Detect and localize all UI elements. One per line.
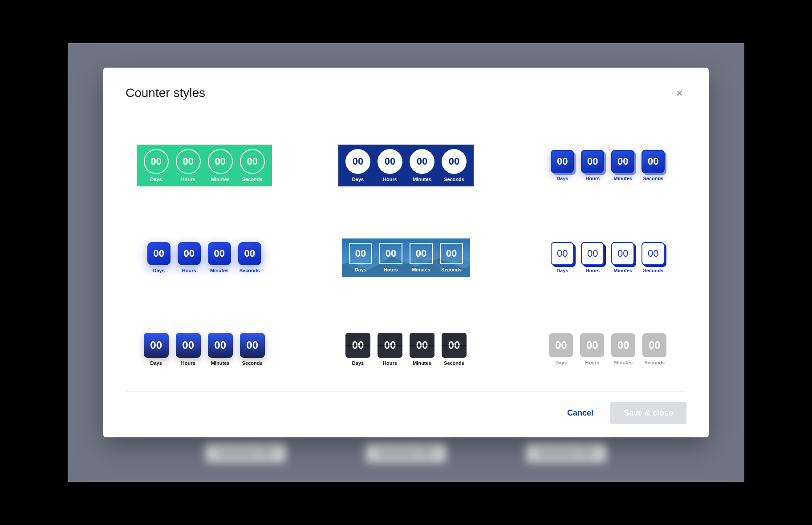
save-and-close-button[interactable]: Save & close — [610, 402, 686, 424]
unit-value: 00 — [208, 333, 233, 358]
unit-label: Hours — [383, 360, 397, 366]
unit-value: 00 — [611, 333, 635, 357]
unit-value: 00 — [379, 243, 402, 264]
unit-value: 00 — [378, 333, 402, 358]
unit-value: 00 — [345, 149, 370, 174]
unit-label: Minutes — [412, 267, 430, 272]
unit-label: Hours — [585, 360, 599, 365]
unit-value: 00 — [641, 150, 665, 173]
unit-label: Days — [355, 267, 366, 272]
unit-value: 00 — [440, 243, 463, 264]
unit-label: Hours — [383, 177, 397, 182]
unit-label: Minutes — [413, 177, 431, 182]
style-option-2[interactable]: 00Days 00Hours 00Minutes 00Seconds — [327, 132, 484, 199]
close-button[interactable]: × — [673, 85, 686, 101]
unit-label: Seconds — [643, 176, 663, 181]
modal-header: Counter styles × — [126, 85, 686, 101]
unit-value: 00 — [144, 333, 169, 358]
unit-label: Minutes — [211, 360, 230, 366]
unit-label: Minutes — [211, 177, 230, 182]
unit-value: 00 — [349, 243, 372, 264]
unit-value: 00 — [611, 242, 634, 265]
unit-value: 00 — [208, 149, 233, 174]
unit-label: Seconds — [444, 360, 464, 366]
unit-label: Seconds — [644, 360, 665, 365]
unit-label: Days — [556, 176, 568, 181]
cancel-button[interactable]: Cancel — [562, 404, 599, 422]
app-viewport: Download CSV Download CSV Download CSV C… — [68, 43, 744, 482]
unit-label: Seconds — [240, 268, 260, 273]
unit-label: Hours — [181, 360, 195, 366]
style-option-7[interactable]: 00Days 00Hours 00Minutes 00Seconds — [126, 316, 283, 382]
unit-label: Seconds — [242, 177, 263, 182]
unit-value: 00 — [642, 333, 666, 357]
unit-value: 00 — [238, 242, 261, 265]
unit-label: Hours — [585, 176, 600, 181]
unit-label: Days — [556, 268, 568, 273]
unit-value: 00 — [410, 149, 434, 174]
unit-label: Hours — [181, 177, 195, 182]
unit-label: Seconds — [643, 268, 663, 273]
unit-label: Days — [150, 177, 162, 182]
unit-label: Minutes — [413, 360, 431, 366]
style-option-3[interactable]: 00Days 00Hours 00Minutes 00Seconds — [529, 132, 686, 199]
unit-value: 00 — [581, 150, 604, 173]
unit-label: Hours — [585, 268, 600, 273]
unit-value: 00 — [378, 149, 402, 174]
unit-value: 00 — [178, 242, 201, 265]
unit-value: 00 — [442, 333, 467, 358]
unit-value: 00 — [345, 333, 370, 358]
unit-label: Seconds — [441, 267, 462, 272]
unit-value: 00 — [581, 242, 604, 265]
unit-label: Days — [352, 177, 364, 182]
unit-value: 00 — [551, 150, 574, 173]
unit-value: 00 — [147, 242, 171, 265]
modal-footer: Cancel Save & close — [126, 391, 686, 424]
unit-label: Seconds — [444, 177, 464, 182]
unit-value: 00 — [549, 333, 573, 357]
unit-value: 00 — [144, 149, 169, 174]
styles-grid: 00Days 00Hours 00Minutes 00Seconds 00Day… — [126, 132, 686, 382]
unit-label: Seconds — [242, 360, 263, 366]
unit-label: Days — [153, 268, 165, 273]
unit-label: Minutes — [210, 268, 229, 273]
style-option-9[interactable]: 00Days 00Hours 00Minutes 00Seconds — [529, 316, 686, 382]
unit-value: 00 — [240, 149, 265, 174]
unit-value: 00 — [208, 242, 231, 265]
unit-value: 00 — [176, 333, 201, 358]
style-option-1[interactable]: 00Days 00Hours 00Minutes 00Seconds — [126, 132, 283, 199]
style-option-6[interactable]: 00Days 00Hours 00Minutes 00Seconds — [529, 226, 686, 290]
unit-value: 00 — [410, 333, 434, 358]
unit-value: 00 — [176, 149, 201, 174]
unit-label: Days — [150, 360, 162, 366]
unit-value: 00 — [410, 243, 433, 264]
style-option-4[interactable]: 00Days 00Hours 00Minutes 00Seconds — [126, 226, 283, 290]
unit-label: Days — [555, 360, 567, 365]
unit-label: Minutes — [614, 268, 633, 273]
style-option-5[interactable]: 00Days 00Hours 00Minutes 00Seconds — [327, 226, 484, 290]
unit-label: Hours — [182, 268, 196, 273]
counter-styles-modal: Counter styles × 00Days 00Hours 00Minute… — [103, 68, 709, 437]
unit-label: Days — [352, 360, 364, 366]
unit-label: Minutes — [614, 176, 633, 181]
unit-value: 00 — [641, 242, 665, 265]
bg-button: Download CSV — [526, 444, 606, 462]
unit-value: 00 — [551, 242, 574, 265]
modal-title: Counter styles — [126, 86, 205, 100]
style-option-8[interactable]: 00Days 00Hours 00Minutes 00Seconds — [327, 316, 484, 382]
unit-value: 00 — [611, 150, 634, 173]
unit-label: Hours — [384, 267, 398, 272]
unit-value: 00 — [442, 149, 467, 174]
unit-value: 00 — [240, 333, 265, 358]
bg-button: Download CSV — [366, 444, 446, 462]
bg-button: Download CSV — [206, 444, 286, 462]
unit-label: Minutes — [614, 360, 633, 365]
unit-value: 00 — [580, 333, 604, 357]
